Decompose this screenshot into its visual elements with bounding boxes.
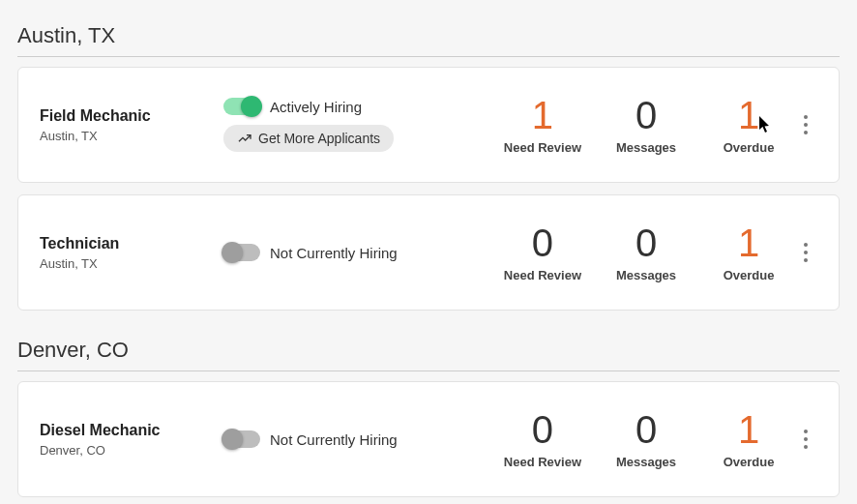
metrics: 0Need Review0Messages1Overdue <box>504 223 786 282</box>
overdue-metric[interactable]: 1Overdue <box>711 410 786 469</box>
more-menu-icon[interactable] <box>794 233 817 272</box>
status-text: Actively Hiring <box>270 99 362 115</box>
job-sublocation: Denver, CO <box>40 443 223 458</box>
metric-label: Overdue <box>711 268 786 282</box>
status-block: Actively HiringGet More Applicants <box>223 98 504 152</box>
status-block: Not Currently Hiring <box>223 430 504 448</box>
toggle-knob <box>241 96 262 117</box>
job-title: Field Mechanic <box>40 107 223 125</box>
location-heading: Austin, TX <box>17 8 840 57</box>
job-title: Diesel Mechanic <box>40 422 223 439</box>
status-row: Not Currently Hiring <box>223 244 398 261</box>
metric-label: Messages <box>608 268 684 282</box>
chip-label: Get More Applicants <box>258 131 380 146</box>
metric-label: Overdue <box>711 140 786 155</box>
status-row: Not Currently Hiring <box>223 430 398 448</box>
metric-label: Messages <box>608 140 684 155</box>
trend-up-icon <box>237 131 252 146</box>
metric-value: 0 <box>504 223 581 262</box>
need-review-metric[interactable]: 0Need Review <box>504 410 581 469</box>
overdue-metric[interactable]: 1Overdue <box>711 96 786 155</box>
metric-value: 1 <box>711 223 786 262</box>
metrics: 0Need Review0Messages1Overdue <box>504 410 786 469</box>
metric-value: 0 <box>608 96 684 134</box>
messages-metric[interactable]: 0Messages <box>608 410 684 469</box>
job-title-block: TechnicianAustin, TX <box>40 235 223 271</box>
job-card[interactable]: Field MechanicAustin, TXActively HiringG… <box>17 67 840 183</box>
need-review-metric[interactable]: 1Need Review <box>504 96 581 155</box>
job-sublocation: Austin, TX <box>40 256 223 271</box>
metric-label: Need Review <box>504 268 581 282</box>
status-row: Actively Hiring <box>223 98 362 115</box>
job-card[interactable]: Diesel MechanicDenver, CONot Currently H… <box>17 381 840 497</box>
metric-label: Need Review <box>504 140 581 155</box>
location-heading: Denver, CO <box>17 322 840 371</box>
metric-value: 0 <box>608 410 684 449</box>
get-more-applicants-button[interactable]: Get More Applicants <box>223 125 394 152</box>
metric-value: 1 <box>711 96 786 134</box>
metric-value: 0 <box>608 223 684 262</box>
status-text: Not Currently Hiring <box>270 431 398 448</box>
toggle-knob <box>222 429 243 450</box>
messages-metric[interactable]: 0Messages <box>608 223 684 282</box>
metric-label: Messages <box>608 455 684 469</box>
metric-label: Overdue <box>711 455 786 469</box>
metrics: 1Need Review0Messages1Overdue <box>504 96 786 155</box>
more-menu-icon[interactable] <box>794 420 817 459</box>
overdue-metric[interactable]: 1Overdue <box>711 223 786 282</box>
metric-value: 1 <box>504 96 581 134</box>
metric-label: Need Review <box>504 455 581 469</box>
job-title-block: Field MechanicAustin, TX <box>40 107 223 143</box>
need-review-metric[interactable]: 0Need Review <box>504 223 581 282</box>
metric-value: 1 <box>711 410 786 449</box>
toggle-knob <box>222 242 243 263</box>
job-sublocation: Austin, TX <box>40 129 223 143</box>
hiring-toggle[interactable] <box>223 430 260 448</box>
metric-value: 0 <box>504 410 581 449</box>
messages-metric[interactable]: 0Messages <box>608 96 684 155</box>
job-title: Technician <box>40 235 223 252</box>
status-block: Not Currently Hiring <box>223 244 504 261</box>
job-title-block: Diesel MechanicDenver, CO <box>40 422 223 458</box>
hiring-toggle[interactable] <box>223 98 260 115</box>
more-menu-icon[interactable] <box>794 105 817 144</box>
job-card[interactable]: TechnicianAustin, TXNot Currently Hiring… <box>17 194 840 311</box>
status-text: Not Currently Hiring <box>270 245 398 261</box>
hiring-toggle[interactable] <box>223 244 260 261</box>
